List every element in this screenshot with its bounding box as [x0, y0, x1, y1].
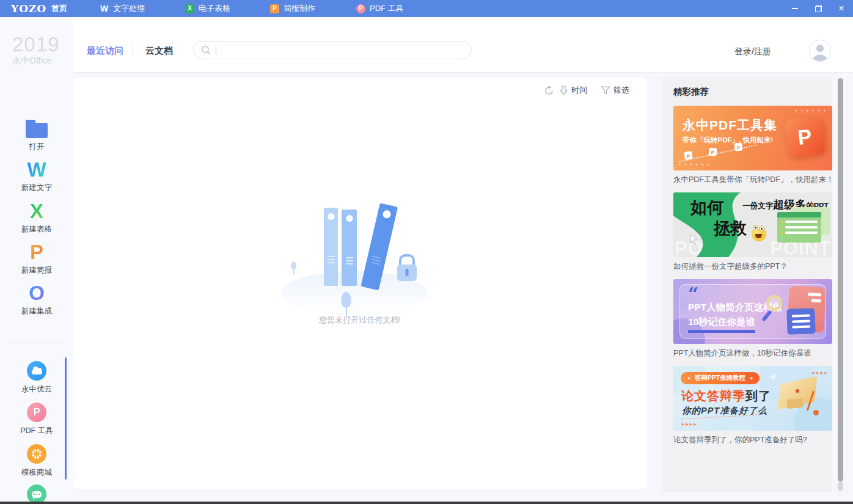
refresh-icon — [544, 86, 554, 96]
recommend-caption: 永中PDF工具集带你「玩转PDF」，快用起来！ — [673, 175, 832, 185]
mini-pdf-chip-icon: p — [684, 151, 693, 160]
mini-pdf-chip-icon: p — [708, 147, 717, 156]
sidebar-scroll-indicator[interactable] — [65, 357, 67, 480]
illustration-book-medium — [342, 210, 357, 286]
sort-label: 时间 — [571, 85, 587, 96]
sidebar-item-new-sheet-label: 新建表格 — [0, 224, 73, 235]
integration-o-icon: O — [29, 283, 45, 303]
pdf-p-icon: P — [356, 4, 365, 13]
sidebar-item-pdf-tools[interactable]: P PDF 工具 — [0, 402, 73, 436]
filter-label: 筛选 — [613, 85, 629, 96]
banner-rescue-ppt[interactable]: POW POINT 如何 拯救 一份文字超级多的PPT — [673, 192, 832, 257]
sidebar-item-new-show[interactable]: P 新建简报 — [0, 241, 73, 276]
text-caret — [216, 46, 216, 55]
sort-by-time-button[interactable]: 时间 — [559, 85, 587, 96]
tab-cloud-docs[interactable]: 云文档 — [145, 45, 173, 57]
banner-line1: 论文答辩季到了 — [681, 388, 771, 404]
window-controls: × — [783, 0, 853, 17]
bottom-edge-strip — [0, 502, 853, 504]
list-toolbar: 时间 筛选 — [544, 85, 629, 96]
recommend-card-ppt-profile[interactable]: “ PPT人物简介页这样做 10秒记住你是谁 PPT人物简介页这样做，10秒记住… — [673, 279, 832, 359]
sidebar-item-new-writer-label: 新建文字 — [0, 183, 73, 193]
banner-ppt-profile[interactable]: “ PPT人物简介页这样做 10秒记住你是谁 — [673, 279, 832, 344]
vertical-scrollbar-end — [838, 481, 843, 491]
tab-presentation[interactable]: P 简报制作 — [270, 0, 315, 17]
paper-plane-icon — [765, 373, 778, 382]
banner-word-1: 如何 — [690, 200, 723, 216]
recommend-card-rescue-ppt[interactable]: POW POINT 如何 拯救 一份文字超级多的PPT — [673, 192, 832, 272]
sidebar-item-pdf-tools-label: PDF 工具 — [0, 426, 73, 436]
illustration-tree-small — [291, 261, 296, 274]
recommend-caption: 论文答辩季到了，你的PPT准备好了吗? — [673, 435, 832, 445]
minimize-button[interactable] — [783, 0, 807, 17]
sort-down-arrow-icon — [559, 86, 568, 95]
banner-badge: ✦ 答辩PPT保姆教程 ✦ — [681, 372, 760, 384]
tab-pdf-tools-label: PDF 工具 — [370, 3, 404, 14]
recommend-caption: 如何拯救一份文字超级多的PPT？ — [673, 261, 832, 272]
tab-writer-label: 文字处理 — [113, 3, 145, 14]
minimize-icon — [792, 8, 798, 9]
diamond-icon: ✦ — [749, 376, 753, 381]
tab-presentation-label: 简报制作 — [284, 3, 315, 14]
home-tab-label: 首页 — [51, 3, 67, 14]
graduation-cap-base — [786, 398, 803, 409]
sidebar-item-open-label: 打开 — [0, 142, 73, 152]
banner-pdf-toolkit[interactable]: ++++++ ++++++ 永中PDF工具集 带你「玩转PDF」, 快用起来! … — [673, 106, 832, 170]
login-register-link[interactable]: 登录/注册 — [734, 46, 771, 57]
banner-thesis-defense[interactable]: ◂◂◂◂ ✦ 答辩PPT保姆教程 ✦ 论文答辩季到了 你的PPT准备好了么 ▸▸… — [673, 366, 832, 431]
diamond-icon: ✦ — [687, 376, 691, 381]
vertical-scrollbar-thumb[interactable] — [838, 78, 843, 481]
restore-button[interactable] — [807, 0, 830, 17]
sidebar-item-new-integration-label: 新建集成 — [0, 306, 73, 316]
graduation-cap-tassel-end — [813, 410, 819, 415]
restore-icon — [815, 5, 822, 12]
pdf-circle-icon: P — [27, 403, 46, 422]
slide-mockup-front — [777, 212, 821, 243]
avatar[interactable] — [809, 40, 831, 62]
recommend-title: 精彩推荐 — [673, 86, 832, 98]
sidebar-item-template-store[interactable]: 模板商城 — [0, 444, 73, 478]
emoji-face-icon — [752, 227, 766, 241]
banner-title: 永中PDF工具集 — [683, 117, 777, 134]
arrow-decor-icons: ▸▸▸▸ — [682, 421, 698, 427]
sidebar: 2019 永中Office 打开 W 新建文字 X 新建表格 P 新建简报 O … — [0, 17, 73, 502]
sidebar-item-new-writer[interactable]: W 新建文字 — [0, 159, 73, 193]
show-p-icon: P — [270, 4, 279, 13]
yozo-office-home-window: YOZO 首页 W 文字处理 X 电子表格 P 简报制作 P PDF 工具 × — [0, 0, 853, 504]
sidebar-divider — [7, 341, 66, 341]
app-logo: YOZO 首页 — [11, 0, 67, 17]
tab-spreadsheet-label: 电子表格 — [199, 3, 230, 14]
writer-w-icon: W — [100, 4, 109, 13]
user-silhouette-icon — [810, 40, 830, 61]
mini-pdf-chip-icon: p — [734, 143, 743, 152]
empty-state-illustration — [281, 203, 428, 316]
cloud-icon — [27, 361, 46, 381]
brand-name: 永中Office — [12, 55, 59, 66]
refresh-button[interactable] — [544, 86, 554, 96]
header: 最近访问 云文档 登录/注册 — [73, 17, 853, 73]
writer-gradient-w-icon: W — [27, 159, 46, 180]
sidebar-item-youcloud[interactable]: 永中优云 — [0, 360, 73, 395]
tab-recent-visited[interactable]: 最近访问 — [87, 45, 123, 57]
filter-button[interactable]: 筛选 — [601, 85, 629, 96]
sidebar-item-new-integration[interactable]: O 新建集成 — [0, 282, 73, 316]
close-button[interactable]: × — [830, 0, 853, 17]
search-box[interactable] — [193, 41, 472, 59]
sidebar-item-new-sheet[interactable]: X 新建表格 — [0, 200, 73, 235]
recommend-card-pdf-toolkit[interactable]: ++++++ ++++++ 永中PDF工具集 带你「玩转PDF」, 快用起来! … — [673, 106, 832, 185]
sidebar-item-template-store-label: 模板商城 — [0, 467, 73, 478]
tab-spreadsheet[interactable]: X 电子表格 — [185, 0, 230, 17]
brand-year: 2019 — [12, 34, 59, 55]
cursor-arrow-icon — [689, 234, 699, 244]
graduation-cap-knob — [796, 389, 799, 393]
magnifier-icon — [766, 295, 782, 311]
recommend-card-thesis-defense[interactable]: ◂◂◂◂ ✦ 答辩PPT保姆教程 ✦ 论文答辩季到了 你的PPT准备好了么 ▸▸… — [673, 366, 832, 445]
show-gradient-p-icon: P — [30, 242, 43, 262]
pdf-cube-icon: P — [784, 116, 826, 158]
header-tab-divider — [133, 45, 133, 55]
tab-writer[interactable]: W 文字处理 — [100, 0, 145, 17]
search-input[interactable] — [221, 46, 464, 55]
decor-cloud — [728, 415, 753, 431]
sidebar-item-open[interactable]: 打开 — [0, 118, 73, 152]
tab-pdf-tools[interactable]: P PDF 工具 — [356, 0, 404, 17]
